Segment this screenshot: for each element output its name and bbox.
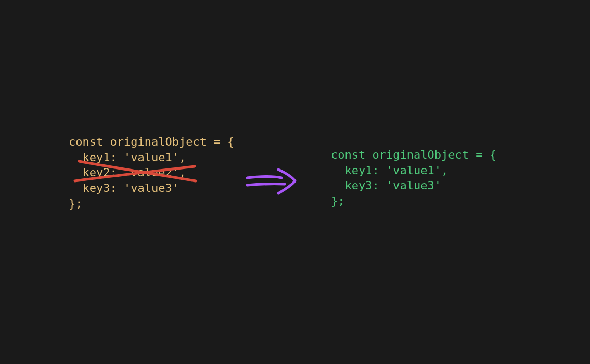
code-line: const originalObject = { <box>331 148 496 161</box>
code-line: key1: 'value1', <box>69 151 186 164</box>
code-line: const originalObject = { <box>69 135 234 148</box>
code-line: }; <box>69 197 83 210</box>
code-line: }; <box>331 194 345 207</box>
result-code-block: const originalObject = { key1: 'value1',… <box>331 147 496 209</box>
code-line: key3: 'value3' <box>69 181 179 194</box>
original-code-block: const originalObject = { key1: 'value1',… <box>69 134 234 211</box>
arrow-icon <box>241 166 303 198</box>
code-line: key3: 'value3' <box>331 179 441 192</box>
code-line-strikethrough: key2: 'value2', <box>69 166 186 179</box>
code-line: key1: 'value1', <box>331 164 448 177</box>
